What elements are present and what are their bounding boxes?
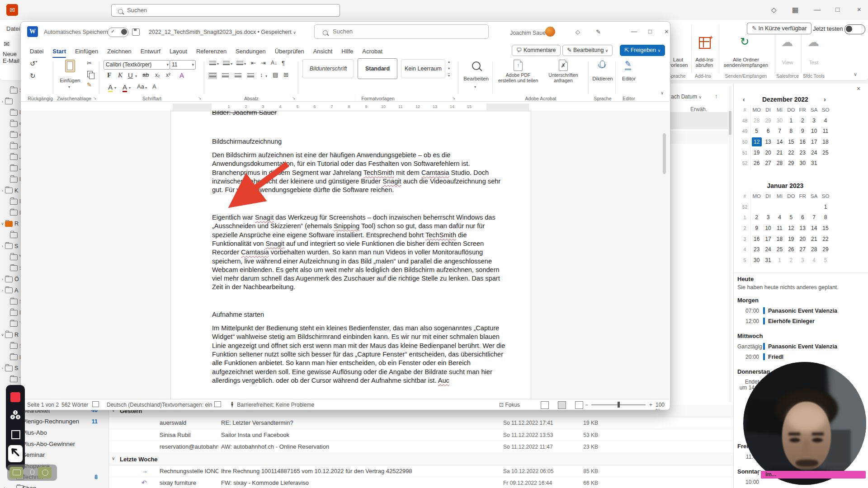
mail-row[interactable]: Sinisa RubilSailor Insta und FacebookSo … (109, 429, 733, 441)
calendar-day[interactable]: 3 (762, 212, 774, 223)
text-effects-button[interactable]: A (179, 71, 184, 79)
calendar-day[interactable]: 30 (797, 158, 808, 169)
sort-button[interactable]: A↓ (271, 60, 277, 66)
shading-button[interactable]: ▤ (273, 71, 278, 78)
calendar-day[interactable]: 19 (785, 234, 797, 245)
calendar-day[interactable]: 3 (808, 116, 820, 127)
style-standard[interactable]: Standard (358, 58, 397, 79)
calendar-day[interactable]: 8 (785, 126, 797, 137)
font-size-select[interactable]: 11▾ (170, 60, 196, 70)
word-close-button[interactable]: × (665, 28, 669, 35)
tab-ansicht[interactable]: Ansicht (309, 46, 337, 58)
line-spacing-button[interactable]: ↕ (260, 71, 263, 78)
clear-format-button[interactable]: A (152, 83, 156, 90)
clipboard-dialog-launcher[interactable]: ↘ (93, 96, 97, 100)
calendar-day[interactable]: 29 (785, 158, 797, 169)
calendar-day[interactable]: 11 (820, 126, 831, 137)
align-center-button[interactable] (222, 73, 229, 78)
paste-button[interactable]: Einfügen (60, 78, 80, 83)
outlook-close-button[interactable]: × (857, 5, 861, 13)
calendar-day[interactable]: 12 (785, 223, 797, 234)
zoom-out-button[interactable]: − (585, 402, 588, 408)
tab-start[interactable]: Start (48, 46, 71, 58)
underline-button[interactable]: U (128, 71, 133, 79)
word-count[interactable]: 562 Wörter (61, 402, 88, 408)
print-layout-icon[interactable] (558, 401, 566, 409)
bold-button[interactable]: F (107, 71, 111, 79)
send-receive-button[interactable]: Alle Ordnersenden/empfangen (724, 57, 768, 68)
adobe-pdf-button[interactable]: Adobe PDFerstellen und teilen (498, 72, 538, 83)
calendar-day[interactable]: 26 (751, 158, 762, 169)
language-indicator[interactable]: Deutsch (Deutschland) (107, 402, 162, 408)
comments-button[interactable]: 🗩 Kommentare (512, 45, 561, 56)
save-icon[interactable] (132, 28, 140, 36)
calendar-day[interactable]: 14 (808, 223, 820, 234)
calendar-day[interactable]: 23 (751, 244, 762, 255)
calendar-day[interactable]: 9 (797, 126, 808, 137)
signature-request-button[interactable]: Unterschriftenanfragen (548, 72, 578, 83)
calendar-day[interactable]: 3 (797, 255, 808, 266)
close-icon[interactable]: × (857, 85, 860, 92)
mail-group-header[interactable]: ∨Letzte Woche (109, 453, 733, 465)
style-no-spacing[interactable]: Kein Leerraum (401, 59, 445, 78)
word-scrollbar[interactable] (663, 133, 666, 174)
calendar-day[interactable]: 5 (820, 255, 831, 266)
strikethrough-button[interactable]: ab (142, 71, 149, 78)
tab-überprüfen[interactable]: Überprüfen (270, 46, 309, 58)
avatar[interactable] (545, 27, 555, 37)
pilcrow-button[interactable]: ¶ (282, 60, 285, 66)
mail-row[interactable]: →Rechnungsstelle IONOSIhre Rechnung 1001… (109, 465, 733, 478)
calendar-day[interactable]: 13 (762, 137, 774, 148)
dictate-button[interactable]: Diktieren (592, 76, 613, 81)
change-case-dropdown-icon[interactable]: ▾ (145, 86, 147, 90)
calendar-day[interactable]: 22 (820, 234, 831, 245)
outlook-file-tab[interactable]: Datei (6, 25, 20, 32)
styles-dialog-launcher[interactable]: ↘ (452, 96, 456, 100)
calendar-day[interactable]: 30 (751, 255, 762, 266)
calendar-day[interactable]: 4 (820, 116, 831, 127)
calendar-day[interactable]: 8 (820, 212, 831, 223)
style-caption[interactable]: Bildunterschrift (302, 59, 354, 78)
tab-datei[interactable]: Datei (25, 46, 48, 58)
align-left-button[interactable] (209, 73, 216, 78)
word-minimize-button[interactable]: — (631, 28, 637, 35)
calendar-day[interactable]: 10 (808, 126, 820, 137)
calendar-day[interactable]: 15 (785, 137, 797, 148)
tab-sendungen[interactable]: Sendungen (231, 46, 270, 58)
collapse-ribbon-icon[interactable]: ∨ (660, 90, 664, 95)
calendar-day[interactable]: 31 (808, 158, 820, 169)
calendar-day[interactable]: 9 (751, 223, 762, 234)
calendar-day[interactable]: 28 (808, 244, 820, 255)
calendar-day[interactable]: 6 (762, 126, 774, 137)
agenda-item[interactable]: GanztägigPanasonic Event Valenzia (737, 341, 865, 352)
calendar-day[interactable]: 7 (808, 212, 820, 223)
font-dialog-launcher[interactable]: ↘ (198, 96, 202, 100)
salesforce-view-button[interactable]: View (782, 60, 793, 65)
arrow-tool-button[interactable] (8, 445, 23, 462)
calendar-day[interactable]: 16 (797, 137, 808, 148)
paste-dropdown-icon[interactable]: ▾ (68, 85, 70, 89)
proofing-icon[interactable] (92, 401, 99, 407)
mail-row[interactable]: ↶sixay furnitureFW: sixay - Kommode Lief… (109, 477, 733, 488)
text-predictions[interactable]: Textvorhersagen: ein (162, 402, 212, 408)
mention-filter-label[interactable]: Erwäh. (690, 106, 707, 113)
cut-icon[interactable]: ✂ (87, 60, 92, 66)
selected-mail-row[interactable] (670, 112, 728, 129)
styles-scroll-up[interactable]: ▴ (448, 60, 450, 64)
zoom-slider-thumb[interactable] (618, 402, 620, 408)
agenda-pink-event[interactable]: Im... (759, 471, 866, 479)
font-name-select[interactable]: Calibri (Textkörper)▾ (104, 60, 170, 70)
page-indicator[interactable]: Seite 1 von 2 (27, 402, 59, 408)
calendar-day[interactable]: 21 (774, 148, 785, 159)
calendar-day[interactable] (797, 202, 808, 213)
calendar-day[interactable]: 31 (762, 255, 774, 266)
calendar-day[interactable]: 28 (774, 158, 785, 169)
calendar-day[interactable]: 24 (808, 148, 820, 159)
scrollbar[interactable] (729, 86, 731, 402)
styles-scroll-down[interactable]: ▾ (448, 66, 450, 70)
outlook-maximize-button[interactable]: □ (835, 5, 840, 13)
sfdc-test-button[interactable]: Test (809, 60, 818, 65)
zoom-in-button[interactable]: + (649, 402, 652, 408)
increase-indent-button[interactable]: ⇥ (261, 60, 266, 66)
designer-icon[interactable]: ◇ (576, 28, 580, 35)
